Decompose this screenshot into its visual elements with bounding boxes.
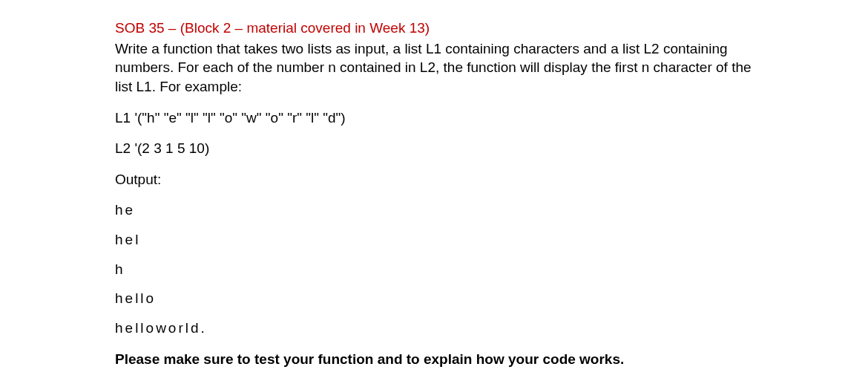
output-label: Output: — [115, 170, 753, 189]
example-l2: L2 '(2 3 1 5 10) — [115, 139, 753, 158]
problem-title: SOB 35 – (Block 2 – material covered in … — [115, 19, 753, 38]
example-l1: L1 '("h" "e" "l" "l" "o" "w" "o" "r" "l"… — [115, 108, 753, 128]
output-line-1: he — [115, 201, 753, 220]
instruction-note: Please make sure to test your function a… — [115, 350, 753, 369]
output-line-2: hel — [115, 230, 753, 250]
output-line-3: h — [115, 260, 753, 279]
problem-description: Write a function that takes two lists as… — [115, 39, 753, 97]
output-line-4: hello — [115, 289, 753, 308]
output-line-5: helloworld. — [115, 319, 753, 338]
